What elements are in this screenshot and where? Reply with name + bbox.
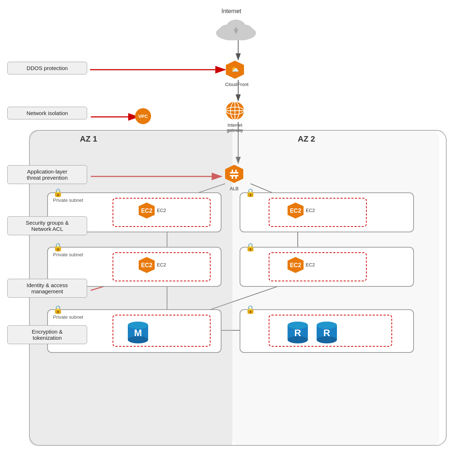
svg-rect-34 (232, 170, 233, 172)
ec2-icon-az2-mid: EC2 (287, 256, 304, 275)
ec2-icon-az1-top: EC2 (138, 202, 155, 221)
svg-rect-35 (235, 170, 237, 172)
svg-text:EC2: EC2 (141, 262, 152, 268)
ec2-label-az2-top: EC2 (306, 208, 315, 213)
svg-point-21 (237, 25, 253, 38)
label-network-isolation: Network isolation (7, 107, 87, 119)
lock-az1-top: 🔒 (53, 188, 63, 197)
svg-text:EC2: EC2 (290, 262, 301, 268)
svg-marker-31 (225, 165, 243, 183)
svg-text:R: R (324, 327, 330, 338)
svg-rect-33 (230, 175, 239, 176)
subnet-label-az1-top: Private subnet (53, 197, 83, 203)
dashed-box-az2-mid (269, 252, 367, 281)
cloudfront-icon: ⛅ CloudFront (225, 60, 248, 87)
ec2-icon-az2-top: EC2 (287, 202, 304, 221)
svg-text:EC2: EC2 (141, 208, 152, 214)
lock-az2-mid: 🔒 (245, 242, 255, 252)
lock-az2-bottom: 🔒 (245, 305, 255, 314)
mongodb-icon: M (127, 318, 149, 346)
dashed-box-az2-top (269, 198, 367, 227)
redis-icon-2: R (316, 318, 338, 346)
az1-label: AZ 1 (80, 134, 97, 144)
lock-az2-top: 🔒 (245, 188, 255, 197)
svg-text:M: M (134, 327, 142, 338)
ec2-label-az2-mid: EC2 (306, 262, 315, 268)
label-security-groups: Security groups &Network ACL (7, 216, 87, 235)
label-app-layer: Application-layerthreat prevention (7, 165, 87, 184)
cloud-icon (214, 13, 258, 42)
svg-text:⛅: ⛅ (231, 65, 239, 73)
svg-rect-23 (235, 28, 237, 33)
svg-rect-36 (232, 176, 233, 179)
svg-rect-37 (235, 176, 237, 179)
vpc-badge: VPC (135, 108, 151, 124)
ec2-label-az1-top: EC2 (157, 208, 166, 213)
lock-az1-mid: 🔒 (53, 242, 63, 252)
alb-icon: ALB (224, 164, 244, 191)
diagram-container: AZ 1 AZ 2 Internet ⛅ CloudFront (0, 0, 476, 469)
subnet-label-az1-mid: Private subnet (53, 252, 83, 257)
svg-text:R: R (294, 327, 301, 338)
az2-label: AZ 2 (298, 134, 315, 144)
svg-text:EC2: EC2 (290, 208, 301, 214)
lock-az1-bottom: 🔒 (53, 305, 63, 314)
ec2-label-az1-mid: EC2 (157, 262, 166, 268)
label-ddos-protection: DDOS protection (7, 62, 87, 74)
ec2-icon-az1-mid: EC2 (138, 256, 155, 275)
redis-icon-1: R (287, 318, 309, 346)
label-encryption: Encryption &tokenization (7, 325, 87, 344)
internet-gateway-icon: Internetgateway (225, 101, 245, 133)
subnet-label-az1-bottom: Private subnet (53, 314, 83, 320)
svg-rect-32 (230, 172, 239, 174)
label-identity-access: Identity & accessmanagement (7, 279, 87, 298)
